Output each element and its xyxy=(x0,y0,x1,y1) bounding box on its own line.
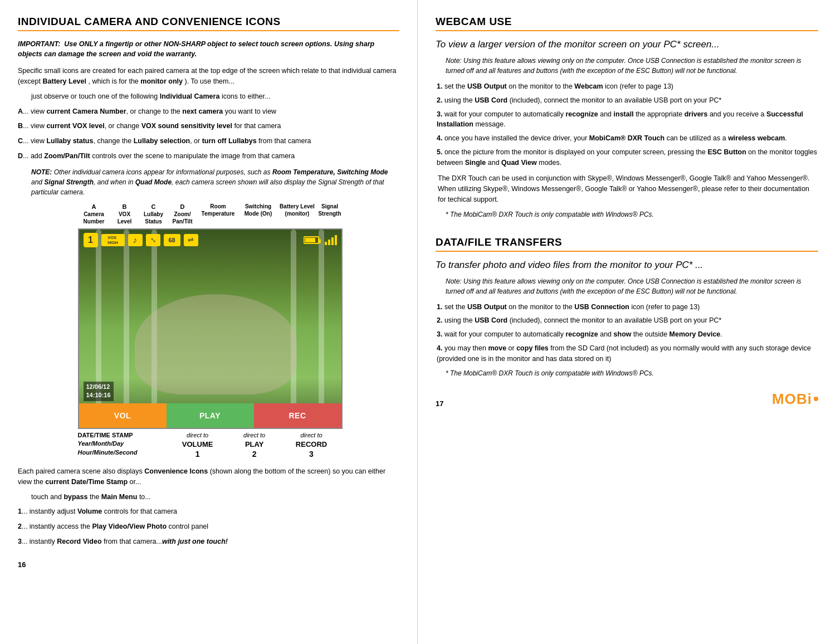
below-camera-labels: DATE/TIME STAMP Year/Month/Day Hour/Minu… xyxy=(78,431,343,460)
camera-image: 1 VOXHIGH ♪ ⤡ 68 ⇌ xyxy=(78,228,343,429)
important-label: IMPORTANT: xyxy=(18,40,60,48)
conv-item-2: 2... instantly access the Play Video/Vie… xyxy=(18,521,399,532)
label-battery: Battery Level (monitor) xyxy=(277,203,317,225)
cam-number-icon: 1 xyxy=(84,233,98,247)
data-subtitle: To transfer photo and video files from t… xyxy=(436,260,818,271)
left-title: INDIVIDUAL CAMERA and CONVENIENCE ICONS xyxy=(18,16,399,31)
cam-zoom-icon: ⤡ xyxy=(146,234,160,246)
label-b: B VOX Level xyxy=(110,203,139,225)
label-signal: Signal Strength xyxy=(317,203,343,225)
cam-rec-button[interactable]: REC xyxy=(254,403,341,428)
datetime-label: DATE/TIME STAMP Year/Month/Day Hour/Minu… xyxy=(78,431,167,457)
mobi-text: MOBi xyxy=(772,391,812,408)
webcam-subtitle: To view a larger version of the monitor … xyxy=(436,39,818,50)
webcam-step-2: 2. using the USB Cord (included), connec… xyxy=(436,95,818,106)
data-step-2: 2. using the USB Cord (included), connec… xyxy=(436,315,818,326)
right-page: WEBCAM USE To view a larger version of t… xyxy=(418,0,836,644)
cam-switching-icon: ⇌ xyxy=(184,234,198,246)
important-text: Use ONLY a fingertip or other NON-SHARP … xyxy=(18,40,374,58)
cam-signal-icon xyxy=(325,235,337,245)
cam-lullaby-icon: ♪ xyxy=(128,234,143,246)
touch-bypass: touch and bypass the Main Menu to... xyxy=(31,492,399,502)
page-number-row: 16 xyxy=(18,560,399,569)
note-block: NOTE: Other individual camera icons appe… xyxy=(31,167,399,197)
webcam-step-1: 1. set the USB Output on the monitor to … xyxy=(436,81,818,92)
webcam-title: WEBCAM USE xyxy=(436,16,818,31)
mobi-dot xyxy=(814,397,818,401)
cam-play-button[interactable]: PLAY xyxy=(167,403,254,428)
important-paragraph: IMPORTANT: Use ONLY a fingertip or other… xyxy=(18,39,399,59)
conv-item-3: 3... instantly Record Video from that ca… xyxy=(18,536,399,547)
vol-label: direct to VOLUME 1 xyxy=(182,431,213,460)
data-step-3: 3. wait for your computer to automatical… xyxy=(436,329,818,340)
webcam-asterisk: * The MobiCam® DXR Touch is only compata… xyxy=(446,211,818,218)
rec-label: direct to RECORD 3 xyxy=(296,431,327,460)
webcam-note: Note: Using this feature allows viewing … xyxy=(446,56,818,76)
below-cam-buttons-labels: direct to VOLUME 1 direct to PLAY 2 dire… xyxy=(167,431,343,460)
data-step-1: 1. set the USB Output on the monitor to … xyxy=(436,302,818,313)
webcam-steps: 1. set the USB Output on the monitor to … xyxy=(436,81,818,168)
webcam-step-4: 4. once you have installed the device dr… xyxy=(436,133,818,144)
diagram-area: A Camera Number B VOX Level C Lullaby St… xyxy=(18,203,402,460)
label-room-temp: Room Temperature xyxy=(197,203,239,225)
right-page-num-row: 17 MOBi xyxy=(436,391,818,408)
data-steps: 1. set the USB Output on the monitor to … xyxy=(436,302,818,364)
left-page-number: 16 xyxy=(18,560,26,569)
mobi-logo: MOBi xyxy=(772,391,818,408)
item-a: A... view current Camera Number, or chan… xyxy=(18,106,399,117)
data-note: Note: Using this feature allows viewing … xyxy=(446,276,818,296)
right-page-number: 17 xyxy=(436,399,443,408)
cam-bottom-bar: VOL PLAY REC xyxy=(79,403,341,428)
data-asterisk: * The MobiCam® DXR Touch is only compata… xyxy=(446,369,818,377)
play-label: direct to PLAY 2 xyxy=(243,431,265,460)
label-a: A Camera Number xyxy=(78,203,110,225)
observe-paragraph: just observe or touch one of the followi… xyxy=(31,91,399,102)
label-switching: Switching Mode (On) xyxy=(239,203,277,225)
item-b: B... view current VOX level, or change V… xyxy=(18,121,399,131)
cam-temp-icon: 68 xyxy=(164,234,180,246)
cam-status-bar: 1 VOXHIGH ♪ ⤡ 68 ⇌ xyxy=(79,233,341,247)
webcam-step-3: 3. wait for your computer to automatical… xyxy=(436,109,818,130)
datetime-stamp: 12/06/1214:10:16 xyxy=(84,382,114,401)
conv-item-1: 1... instantly adjust Volume controls fo… xyxy=(18,506,399,517)
item-c: C... view Lullaby status, change the Lul… xyxy=(18,136,399,147)
label-d: D Zoom/ Pan/Tilt xyxy=(168,203,197,225)
item-d: D... add Zoom/Pan/Tilt controls over the… xyxy=(18,151,399,162)
left-page: INDIVIDUAL CAMERA and CONVENIENCE ICONS … xyxy=(0,0,418,644)
cam-vol-button[interactable]: VOL xyxy=(79,403,167,428)
label-c: C Lullaby Status xyxy=(139,203,168,225)
webcam-step-5: 5. once the picture from the monitor is … xyxy=(436,147,818,168)
cam-vox-icon: VOXHIGH xyxy=(101,234,125,246)
important-block: IMPORTANT: Use ONLY a fingertip or other… xyxy=(18,39,399,59)
data-step-4: 4. you may then move or copy files from … xyxy=(436,343,818,364)
data-file-section: DATA/FILE TRANSFERS To transfer photo an… xyxy=(436,236,818,378)
data-file-title: DATA/FILE TRANSFERS xyxy=(436,236,818,252)
cam-battery-icon xyxy=(304,236,319,244)
intro-paragraph: Specific small icons are created for eac… xyxy=(18,66,399,87)
convenience-intro: Each paired camera scene also displays C… xyxy=(18,466,399,487)
webcam-paragraph: The DXR Touch can be used in conjunction… xyxy=(438,173,818,204)
